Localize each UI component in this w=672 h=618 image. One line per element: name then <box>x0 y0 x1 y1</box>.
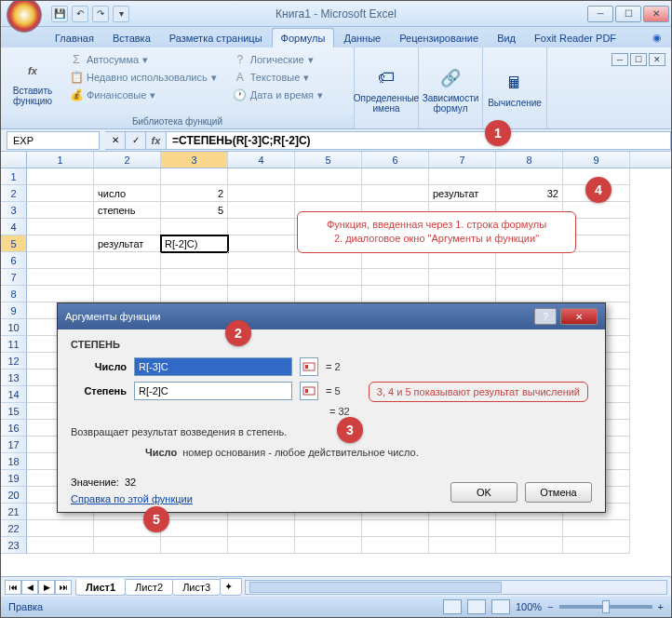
cell[interactable] <box>295 520 362 537</box>
row-header[interactable]: 14 <box>1 386 27 403</box>
tab-home[interactable]: Главная <box>46 28 103 47</box>
cell[interactable] <box>228 252 295 269</box>
cell[interactable]: R[-2]C) <box>161 235 228 252</box>
cell[interactable] <box>161 537 228 554</box>
next-sheet-button[interactable]: ▶ <box>38 580 55 595</box>
row-header[interactable]: 1 <box>1 168 27 185</box>
cell[interactable] <box>429 286 496 302</box>
row-header[interactable]: 10 <box>1 319 27 336</box>
cell[interactable] <box>27 235 94 252</box>
cell[interactable] <box>563 520 630 537</box>
col-header[interactable]: 3 <box>161 152 228 168</box>
ok-button[interactable]: OK <box>450 482 517 503</box>
cell[interactable] <box>228 235 295 252</box>
cell[interactable] <box>228 219 295 235</box>
cell[interactable] <box>496 269 563 286</box>
defined-names-button[interactable]: 🏷 Определенные имена <box>358 49 414 128</box>
text-button[interactable]: AТекстовые ▾ <box>228 69 329 86</box>
row-header[interactable]: 8 <box>1 286 27 302</box>
formula-deps-button[interactable]: 🔗 Зависимости формул <box>423 49 478 128</box>
arg1-ref-button[interactable] <box>300 357 318 376</box>
cell[interactable] <box>161 168 228 185</box>
sheet-tab[interactable]: Лист3 <box>172 579 221 596</box>
tab-insert[interactable]: Вставка <box>103 28 160 47</box>
cell[interactable] <box>27 537 94 554</box>
cell[interactable] <box>27 269 94 286</box>
normal-view-button[interactable] <box>443 599 462 614</box>
cell[interactable] <box>27 252 94 269</box>
row-header[interactable]: 16 <box>1 420 27 437</box>
cell[interactable] <box>27 168 94 185</box>
row-header[interactable]: 19 <box>1 470 27 487</box>
datetime-button[interactable]: 🕐Дата и время ▾ <box>228 87 329 103</box>
cell[interactable] <box>94 168 161 185</box>
cell[interactable] <box>362 537 429 554</box>
cell[interactable] <box>429 269 496 286</box>
zoom-out-button[interactable]: − <box>547 601 553 612</box>
row-header[interactable]: 20 <box>1 487 27 504</box>
cell[interactable] <box>362 269 429 286</box>
cell[interactable] <box>161 269 228 286</box>
h-scrollbar[interactable] <box>245 580 667 595</box>
layout-view-button[interactable] <box>467 599 486 614</box>
cell[interactable] <box>496 520 563 537</box>
cell[interactable] <box>563 537 630 554</box>
cell[interactable] <box>228 202 295 219</box>
row-header[interactable]: 12 <box>1 353 27 369</box>
row-header[interactable]: 13 <box>1 369 27 386</box>
dialog-close-button[interactable]: ✕ <box>560 308 598 325</box>
cell[interactable] <box>228 168 295 185</box>
cell[interactable] <box>94 252 161 269</box>
arg1-input[interactable]: R[-3]C <box>134 357 292 376</box>
help-icon[interactable]: ◉ <box>643 27 671 47</box>
cell[interactable] <box>429 520 496 537</box>
col-header[interactable]: 9 <box>563 152 630 168</box>
cell[interactable] <box>161 219 228 235</box>
row-header[interactable]: 18 <box>1 453 27 470</box>
cell[interactable] <box>27 219 94 235</box>
tab-formulas[interactable]: Формулы <box>272 28 335 47</box>
last-sheet-button[interactable]: ⏭ <box>55 580 72 595</box>
calc-button[interactable]: 🖩 Вычисление <box>487 49 543 128</box>
cell[interactable] <box>27 286 94 302</box>
row-header[interactable]: 4 <box>1 219 27 235</box>
tab-layout[interactable]: Разметка страницы <box>160 28 272 47</box>
pagebreak-view-button[interactable] <box>491 599 510 614</box>
cell[interactable] <box>295 168 362 185</box>
confirm-edit-button[interactable]: ✓ <box>126 131 146 150</box>
cell[interactable]: 2 <box>161 185 228 202</box>
formula-input[interactable]: =СТЕПЕНЬ(R[-3]C;R[-2]C) <box>167 131 671 150</box>
row-header[interactable]: 2 <box>1 185 27 202</box>
cell[interactable] <box>228 520 295 537</box>
col-header[interactable]: 2 <box>94 152 161 168</box>
cell[interactable] <box>228 537 295 554</box>
cell[interactable]: 5 <box>161 202 228 219</box>
col-header[interactable]: 1 <box>27 152 94 168</box>
row-header[interactable]: 5 <box>1 235 27 252</box>
sheet-tab[interactable]: Лист2 <box>125 579 173 596</box>
name-box[interactable]: EXP <box>7 131 100 150</box>
cell[interactable] <box>27 520 94 537</box>
cell[interactable] <box>295 537 362 554</box>
dialog-titlebar[interactable]: Аргументы функции ? ✕ <box>58 303 605 329</box>
row-header[interactable]: 7 <box>1 269 27 286</box>
dialog-help-button[interactable]: ? <box>534 308 557 325</box>
cell[interactable] <box>94 269 161 286</box>
row-header[interactable]: 3 <box>1 202 27 219</box>
cell[interactable] <box>27 185 94 202</box>
col-header[interactable]: 7 <box>429 152 496 168</box>
cell[interactable] <box>496 286 563 302</box>
cell[interactable] <box>362 520 429 537</box>
cell[interactable]: 32 <box>496 185 563 202</box>
cell[interactable] <box>362 252 429 269</box>
cell[interactable] <box>496 252 563 269</box>
cell[interactable] <box>161 252 228 269</box>
cell[interactable] <box>228 269 295 286</box>
cancel-button[interactable]: Отмена <box>525 482 592 503</box>
cell[interactable] <box>295 252 362 269</box>
tab-review[interactable]: Рецензирование <box>390 28 488 47</box>
row-header[interactable]: 22 <box>1 520 27 537</box>
cell[interactable] <box>295 185 362 202</box>
cell[interactable] <box>429 537 496 554</box>
function-help-link[interactable]: Справка по этой функции <box>71 493 193 504</box>
